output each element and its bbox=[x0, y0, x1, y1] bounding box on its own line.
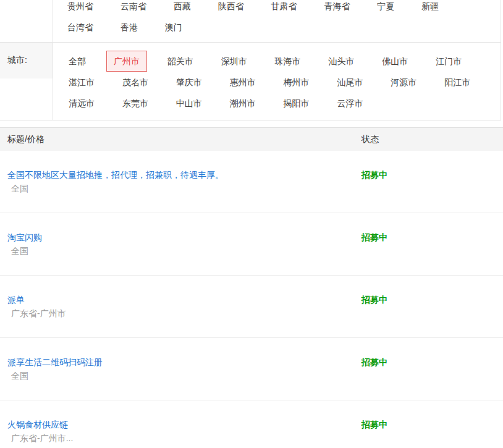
city-filter-item[interactable]: 韶关市 bbox=[160, 51, 201, 72]
listing-title-link[interactable]: 淘宝闪购 bbox=[7, 231, 42, 243]
row-status-cell: 招募中 bbox=[358, 418, 503, 431]
city-filter-item[interactable]: 江门市 bbox=[428, 51, 469, 72]
table-row: 派享生活二维码扫码注册 全国 招募中 bbox=[0, 338, 503, 400]
listing-title-link[interactable]: 全国不限地区大量招地推，招代理，招兼职，待遇丰厚。 bbox=[7, 169, 224, 181]
province-filter-item[interactable]: 贵州省 bbox=[67, 0, 93, 17]
city-filter-item[interactable]: 河源市 bbox=[383, 72, 424, 93]
province-items: 贵州省 云南省 西藏 陕西省 甘肃省 青海省 宁夏 新疆 台湾省 bbox=[53, 0, 501, 42]
city-filter-item[interactable]: 汕尾市 bbox=[329, 72, 370, 93]
city-filter-item[interactable]: 中山市 bbox=[169, 93, 209, 114]
city-filter-item[interactable]: 清远市 bbox=[61, 93, 102, 114]
table-row: 淘宝闪购 全国 招募中 bbox=[0, 213, 503, 276]
listing-location: 全国 bbox=[7, 182, 358, 195]
city-filter-item[interactable]: 揭阳市 bbox=[276, 93, 317, 114]
column-header-title-price: 标题/价格 bbox=[0, 134, 358, 145]
listing-title-link[interactable]: 火锅食材供应链 bbox=[7, 418, 68, 431]
table-row: 派单 广东省-广州市 招募中 bbox=[0, 276, 503, 338]
city-label-column: 城市: bbox=[0, 43, 53, 120]
province-filter-item[interactable]: 云南省 bbox=[120, 0, 146, 17]
province-filter-item[interactable]: 青海省 bbox=[324, 0, 350, 17]
row-status-cell: 招募中 bbox=[358, 231, 503, 243]
city-filter-item[interactable]: 湛江市 bbox=[61, 72, 102, 93]
city-filter-item[interactable]: 云浮市 bbox=[329, 93, 370, 114]
filter-panel: 贵州省 云南省 西藏 陕西省 甘肃省 青海省 宁夏 新疆 台湾省 bbox=[0, 0, 501, 120]
province-filter-item[interactable]: 香港 bbox=[120, 17, 138, 38]
city-filter-item[interactable]: 东莞市 bbox=[115, 93, 156, 114]
status-badge: 招募中 bbox=[361, 420, 387, 429]
province-label-column bbox=[0, 0, 53, 42]
row-main-cell: 全国不限地区大量招地推，招代理，招兼职，待遇丰厚。 全国 bbox=[0, 169, 358, 195]
city-filter-section: 城市: 全部 广州市 韶关市 深圳市 珠海市 汕头市 佛山市 bbox=[0, 43, 501, 120]
row-status-cell: 招募中 bbox=[358, 356, 503, 368]
row-main-cell: 淘宝闪购 全国 bbox=[0, 231, 358, 257]
column-header-status: 状态 bbox=[358, 134, 503, 145]
province-filter-item[interactable]: 台湾省 bbox=[67, 17, 93, 38]
city-filter-item[interactable]: 惠州市 bbox=[222, 72, 263, 93]
listing-location: 全国 bbox=[7, 370, 358, 382]
listing-location: 全国 bbox=[7, 245, 358, 257]
province-filter-item[interactable]: 澳门 bbox=[165, 17, 182, 38]
province-filter-section: 贵州省 云南省 西藏 陕西省 甘肃省 青海省 宁夏 新疆 台湾省 bbox=[0, 0, 501, 43]
listing-title-link[interactable]: 派单 bbox=[7, 294, 25, 306]
city-filter-item[interactable]: 肇庆市 bbox=[169, 72, 209, 93]
listing-title-link[interactable]: 派享生活二维码扫码注册 bbox=[7, 356, 103, 368]
listing-table-header: 标题/价格 状态 bbox=[0, 127, 503, 151]
row-main-cell: 火锅食材供应链 广东省-广州市... bbox=[0, 418, 358, 444]
status-badge: 招募中 bbox=[361, 170, 387, 180]
table-row: 全国不限地区大量招地推，招代理，招兼职，待遇丰厚。 全国 招募中 bbox=[0, 151, 503, 213]
province-list: 贵州省 云南省 西藏 陕西省 甘肃省 青海省 宁夏 新疆 台湾省 bbox=[53, 0, 501, 38]
row-status-cell: 招募中 bbox=[358, 294, 503, 306]
row-main-cell: 派享生活二维码扫码注册 全国 bbox=[0, 356, 358, 382]
province-filter-item[interactable]: 甘肃省 bbox=[271, 0, 297, 17]
city-filter-label: 城市: bbox=[0, 43, 53, 78]
city-filter-item[interactable]: 阳江市 bbox=[437, 72, 478, 93]
city-filter-item[interactable]: 梅州市 bbox=[276, 72, 317, 93]
listing-rows: 全国不限地区大量招地推，招代理，招兼职，待遇丰厚。 全国 招募中 淘宝闪购 全国… bbox=[0, 151, 503, 448]
city-filter-item[interactable]: 佛山市 bbox=[374, 51, 415, 72]
province-filter-item[interactable]: 宁夏 bbox=[377, 0, 394, 17]
row-main-cell: 派单 广东省-广州市 bbox=[0, 294, 358, 319]
status-badge: 招募中 bbox=[361, 232, 387, 242]
listing-location: 广东省-广州市 bbox=[7, 307, 358, 319]
row-status-cell: 招募中 bbox=[358, 169, 503, 181]
city-filter-item[interactable]: 全部 bbox=[61, 51, 93, 72]
city-filter-item[interactable]: 广州市 bbox=[106, 51, 147, 72]
listing-location: 广东省-广州市... bbox=[7, 432, 358, 444]
city-filter-item[interactable]: 深圳市 bbox=[214, 51, 255, 72]
city-items: 全部 广州市 韶关市 深圳市 珠海市 汕头市 佛山市 江门市 湛江市 bbox=[53, 43, 501, 120]
table-row: 火锅食材供应链 广东省-广州市... 招募中 bbox=[0, 400, 503, 448]
province-filter-item[interactable]: 陕西省 bbox=[218, 0, 244, 17]
city-filter-item[interactable]: 潮州市 bbox=[222, 93, 263, 114]
city-list: 全部 广州市 韶关市 深圳市 珠海市 汕头市 佛山市 江门市 湛江市 bbox=[53, 43, 501, 114]
province-filter-item[interactable]: 西藏 bbox=[174, 0, 191, 17]
province-filter-item[interactable]: 新疆 bbox=[421, 0, 439, 17]
city-filter-item[interactable]: 汕头市 bbox=[321, 51, 361, 72]
listing-table: 标题/价格 状态 全国不限地区大量招地推，招代理，招兼职，待遇丰厚。 全国 招募… bbox=[0, 127, 503, 448]
city-filter-item[interactable]: 珠海市 bbox=[268, 51, 308, 72]
city-filter-item[interactable]: 茂名市 bbox=[115, 72, 156, 93]
status-badge: 招募中 bbox=[361, 295, 387, 305]
status-badge: 招募中 bbox=[361, 357, 387, 367]
